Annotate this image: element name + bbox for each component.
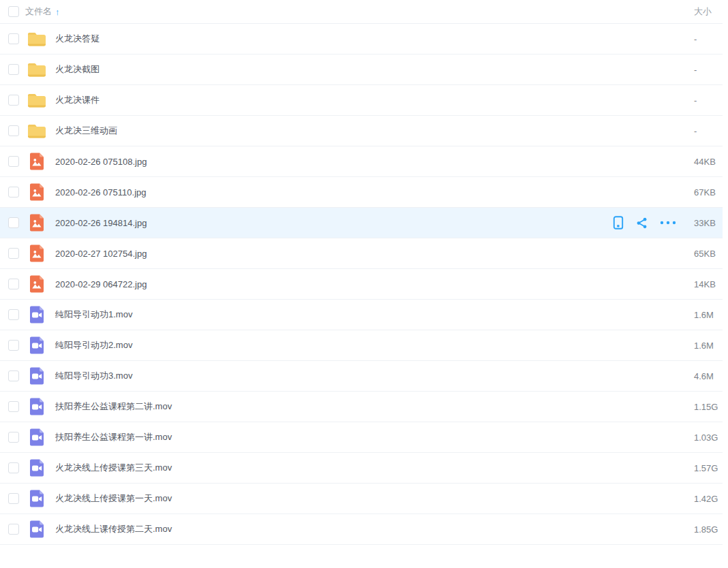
file-size: 1.03G <box>694 432 723 443</box>
image-file-icon <box>28 214 46 232</box>
file-size: 1.6M <box>694 341 723 351</box>
table-row[interactable]: 扶阳养生公益课程第一讲.mov 1.03G <box>0 422 723 453</box>
table-row[interactable]: 火龙决课件 - <box>0 85 723 116</box>
file-size: 1.57G <box>694 463 723 473</box>
row-checkbox[interactable] <box>8 217 19 228</box>
file-name[interactable]: 火龙决课件 <box>55 94 100 106</box>
row-checkbox[interactable] <box>8 340 19 351</box>
file-name[interactable]: 2020-02-26 075110.jpg <box>55 187 147 198</box>
table-row[interactable]: 扶阳养生公益课程第二讲.mov 1.15G <box>0 392 723 422</box>
row-checkbox[interactable] <box>8 493 19 504</box>
send-to-mobile-button[interactable] <box>613 216 624 230</box>
file-size: 1.15G <box>694 402 723 412</box>
image-file-icon <box>28 153 46 170</box>
row-checkbox[interactable] <box>8 524 19 535</box>
sort-ascending-icon[interactable]: ↑ <box>55 7 60 17</box>
row-checkbox[interactable] <box>8 125 19 136</box>
row-checkbox[interactable] <box>8 462 19 473</box>
file-list: 火龙决答疑 - 火龙决截图 - <box>0 24 723 545</box>
file-size: 4.6M <box>694 371 723 381</box>
video-file-icon <box>28 306 46 324</box>
more-actions-button[interactable] <box>660 221 676 225</box>
file-name[interactable]: 2020-02-26 194814.jpg <box>55 218 147 228</box>
folder-icon <box>27 31 46 47</box>
video-file-icon <box>28 336 46 354</box>
file-name[interactable]: 纯阳导引动功3.mov <box>55 370 132 382</box>
file-size: 44KB <box>694 157 723 167</box>
file-name[interactable]: 纯阳导引动功2.mov <box>55 339 132 351</box>
table-header: 文件名 ↑ 大小 <box>0 0 723 24</box>
folder-icon <box>27 123 46 139</box>
table-row[interactable]: 纯阳导引动功3.mov 4.6M <box>0 361 723 392</box>
file-name[interactable]: 火龙决截图 <box>55 63 100 76</box>
file-size: 67KB <box>694 187 723 198</box>
file-name[interactable]: 火龙决三维动画 <box>55 125 117 137</box>
table-row[interactable]: 纯阳导引动功1.mov 1.6M <box>0 300 723 330</box>
row-checkbox[interactable] <box>8 248 19 259</box>
file-name[interactable]: 扶阳养生公益课程第二讲.mov <box>55 400 172 413</box>
row-checkbox[interactable] <box>8 187 19 198</box>
video-file-icon <box>28 459 46 477</box>
table-row[interactable]: 火龙决答疑 - <box>0 24 723 54</box>
file-name[interactable]: 2020-02-27 102754.jpg <box>55 249 147 259</box>
file-size: 1.85G <box>694 524 723 535</box>
row-checkbox[interactable] <box>8 309 19 320</box>
share-button[interactable] <box>635 217 648 230</box>
table-row[interactable]: 2020-02-26 075108.jpg 44KB <box>0 146 723 177</box>
row-checkbox[interactable] <box>8 33 19 44</box>
table-row[interactable]: 火龙决线上传授课第三天.mov 1.57G <box>0 453 723 484</box>
file-name[interactable]: 2020-02-26 075108.jpg <box>55 157 147 167</box>
row-checkbox[interactable] <box>8 156 19 167</box>
table-row[interactable]: 火龙决线上课传授第二天.mov 1.85G <box>0 514 723 545</box>
row-checkbox[interactable] <box>8 64 19 75</box>
file-size: - <box>694 126 723 136</box>
file-name[interactable]: 火龙决线上课传授第二天.mov <box>55 523 172 535</box>
row-checkbox[interactable] <box>8 401 19 412</box>
file-size: - <box>694 65 723 75</box>
mobile-device-icon <box>613 216 624 230</box>
table-row[interactable]: 2020-02-29 064722.jpg 14KB <box>0 269 723 300</box>
file-size: 14KB <box>694 279 723 289</box>
video-file-icon <box>28 398 46 415</box>
row-checkbox[interactable] <box>8 370 19 381</box>
file-size: 33KB <box>694 218 723 228</box>
file-table: 文件名 ↑ 大小 火龙决答疑 - <box>0 0 723 545</box>
ellipsis-icon <box>660 221 676 225</box>
file-name[interactable]: 火龙决答疑 <box>55 33 100 45</box>
video-file-icon <box>28 490 46 507</box>
row-checkbox[interactable] <box>8 432 19 443</box>
column-header-size[interactable]: 大小 <box>694 5 723 18</box>
column-header-filename[interactable]: 文件名 <box>25 5 52 18</box>
select-all-checkbox[interactable] <box>8 6 19 17</box>
file-name[interactable]: 火龙决线上传授课第三天.mov <box>55 462 172 474</box>
folder-icon <box>27 62 46 78</box>
table-row[interactable]: 火龙决截图 - <box>0 54 723 85</box>
file-name[interactable]: 扶阳养生公益课程第一讲.mov <box>55 431 172 443</box>
image-file-icon <box>28 275 46 293</box>
video-file-icon <box>28 428 46 446</box>
folder-icon <box>27 93 46 108</box>
file-name[interactable]: 2020-02-29 064722.jpg <box>55 279 147 289</box>
file-size: 65KB <box>694 249 723 259</box>
table-row[interactable]: 2020-02-26 075110.jpg 67KB <box>0 177 723 208</box>
file-name[interactable]: 火龙决线上传授课第一天.mov <box>55 492 172 505</box>
file-size: - <box>694 95 723 106</box>
table-row[interactable]: 2020-02-27 102754.jpg 65KB <box>0 238 723 269</box>
row-actions <box>613 216 676 230</box>
file-size: 1.42G <box>694 494 723 504</box>
row-checkbox[interactable] <box>8 279 19 289</box>
table-row[interactable]: 纯阳导引动功2.mov 1.6M <box>0 330 723 361</box>
image-file-icon <box>28 244 46 262</box>
table-row[interactable]: 火龙决线上传授课第一天.mov 1.42G <box>0 484 723 514</box>
table-row[interactable]: 火龙决三维动画 - <box>0 116 723 146</box>
file-size: - <box>694 34 723 44</box>
share-icon <box>635 217 648 230</box>
file-size: 1.6M <box>694 310 723 320</box>
file-name[interactable]: 纯阳导引动功1.mov <box>55 309 132 321</box>
row-checkbox[interactable] <box>8 95 19 106</box>
video-file-icon <box>28 367 46 385</box>
table-row[interactable]: 2020-02-26 194814.jpg <box>0 208 723 238</box>
image-file-icon <box>28 183 46 201</box>
video-file-icon <box>28 520 46 538</box>
